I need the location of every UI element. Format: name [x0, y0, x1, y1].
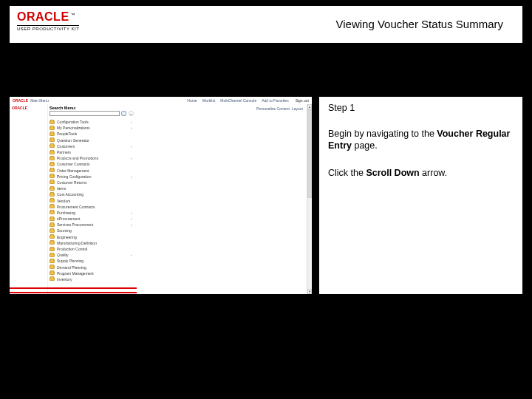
- ss-main-area: Personalize Content Layout: [137, 104, 307, 294]
- ss-scrollbar: ▲ ▼: [307, 104, 312, 294]
- ss-menu-item[interactable]: Sourcing: [50, 228, 134, 233]
- ss-main-link[interactable]: Personalize Content: [256, 106, 290, 111]
- ss-menu-item-label: Cost Accounting: [57, 192, 129, 197]
- ss-menu-item-label: Products and Promotions: [57, 156, 129, 160]
- folder-icon: [50, 223, 55, 227]
- ss-menu-item[interactable]: Engineering: [50, 234, 134, 240]
- ss-menu-item-label: Services Procurement: [57, 222, 129, 227]
- ss-search-input[interactable]: [50, 111, 120, 116]
- ss-menu-item[interactable]: Question Generator: [50, 137, 134, 143]
- folder-icon: [50, 253, 55, 257]
- chevron-right-icon: ›: [131, 222, 134, 227]
- ss-menu-item[interactable]: Manufacturing Definition: [50, 240, 134, 246]
- chevron-right-icon: ›: [131, 253, 134, 257]
- ss-menu-item-label: Pricing Configuration: [57, 174, 129, 179]
- ss-menu-item[interactable]: Configuration Tools›: [50, 119, 134, 125]
- chevron-right-icon: ›: [131, 211, 134, 215]
- app-screenshot: ORACLE Main Menu Home Worklist MultiChan…: [10, 97, 312, 294]
- ss-menu-list: Configuration Tools›My Personalizations›…: [50, 119, 134, 282]
- folder-icon: [50, 193, 55, 197]
- ss-menu-item-label: Customer Contracts: [57, 162, 129, 166]
- folder-icon: [50, 265, 55, 269]
- ss-menu-item-label: Quality: [57, 253, 129, 257]
- ss-menu-item[interactable]: My Personalizations›: [50, 125, 134, 131]
- folder-icon: [50, 132, 55, 136]
- ss-nav-panel: Search Menu: ‹‹ Configuration Tools›My P…: [48, 104, 137, 294]
- ss-menu-item-label: eProcurement: [57, 216, 129, 221]
- ss-menu-item-label: PeopleTools: [57, 132, 129, 136]
- folder-icon: [50, 235, 55, 239]
- ss-menu-item-label: Manufacturing Definition: [57, 241, 129, 245]
- ss-menu-item[interactable]: Order Management: [50, 168, 134, 174]
- ss-menu-item[interactable]: Program Management: [50, 270, 134, 276]
- ss-menu-item-label: Production Control: [57, 247, 129, 251]
- ss-topbar-link[interactable]: Home: [185, 98, 198, 103]
- ss-menu-item[interactable]: PeopleTools: [50, 131, 134, 137]
- ss-menu-item[interactable]: Procurement Contracts: [50, 204, 134, 210]
- ss-main-link[interactable]: Layout: [292, 106, 303, 111]
- step-intro: Begin by navigating to the Voucher Regul…: [328, 128, 514, 152]
- ss-menu-item-label: Vendors: [57, 199, 129, 203]
- ss-menu-item[interactable]: Items: [50, 185, 134, 191]
- chevron-right-icon: ›: [131, 216, 134, 221]
- logo-tm: ™: [71, 13, 75, 17]
- folder-icon: [50, 174, 55, 178]
- ss-menu-item[interactable]: Vendors: [50, 197, 134, 203]
- ss-menu-item[interactable]: Demand Planning: [50, 265, 134, 270]
- ss-menu-item[interactable]: Supply Planning: [50, 258, 134, 264]
- ss-menu-item-label: Items: [57, 186, 129, 191]
- ss-menu-item-label: Supply Planning: [57, 259, 129, 263]
- ss-signout-link[interactable]: Sign out: [296, 98, 309, 103]
- doc-header: ORACLE™ USER PRODUCTIVITY KIT Viewing Vo…: [10, 6, 522, 43]
- ss-topbar-user: Main Menu: [30, 98, 49, 103]
- ss-menu-item[interactable]: Production Control: [50, 246, 134, 252]
- ss-menu-item-label: Program Management: [57, 271, 129, 276]
- step-instructions: Step 1 Begin by navigating to the Vouche…: [319, 97, 522, 294]
- ss-search-label: Search Menu:: [50, 106, 134, 110]
- ss-menu-item[interactable]: Customer Contracts: [50, 161, 134, 167]
- folder-icon: [50, 144, 55, 148]
- ss-search-button[interactable]: [121, 111, 126, 116]
- ss-menu-item[interactable]: Inventory: [50, 276, 134, 282]
- folder-icon: [50, 277, 55, 281]
- ss-menu-item[interactable]: Cost Accounting: [50, 191, 134, 197]
- ss-topbar-link[interactable]: Worklist: [201, 98, 217, 103]
- ss-menu-item-label: Procurement Contracts: [57, 205, 129, 209]
- folder-icon: [50, 120, 55, 124]
- folder-icon: [50, 211, 55, 214]
- scroll-track[interactable]: [307, 109, 312, 289]
- chevron-right-icon: ›: [131, 144, 134, 149]
- scroll-up-arrow[interactable]: ▲: [307, 104, 312, 109]
- ss-menu-item[interactable]: Customers›: [50, 143, 134, 149]
- document-title: Viewing Voucher Status Summary: [335, 9, 515, 30]
- ss-menu-item[interactable]: Partners: [50, 149, 134, 155]
- folder-icon: [50, 168, 55, 172]
- ss-menu-item[interactable]: Products and Promotions›: [50, 155, 134, 161]
- ss-topbar-link[interactable]: MultiChannel Console: [219, 98, 258, 103]
- folder-icon: [50, 217, 55, 221]
- logo-tagline: USER PRODUCTIVITY KIT: [17, 25, 79, 31]
- ss-menu-item-label: Demand Planning: [57, 265, 129, 270]
- folder-icon: [50, 138, 55, 142]
- ss-menu-item[interactable]: Quality›: [50, 252, 134, 258]
- scroll-down-arrow[interactable]: ▼: [307, 289, 312, 294]
- scroll-thumb[interactable]: [307, 109, 312, 198]
- ss-topbar-link[interactable]: Add to Favorites: [260, 98, 290, 103]
- folder-icon: [50, 229, 55, 233]
- folder-icon: [50, 259, 55, 263]
- ss-menu-item[interactable]: Services Procurement›: [50, 222, 134, 228]
- step-label: Step 1: [328, 103, 514, 113]
- ss-menu-item[interactable]: Pricing Configuration›: [50, 174, 134, 180]
- ss-menu-item-label: Order Management: [57, 168, 129, 173]
- ss-menu-item-label: Question Generator: [57, 138, 129, 143]
- folder-icon: [50, 205, 55, 208]
- chevron-right-icon: ›: [131, 174, 134, 179]
- step-action: Click the Scroll Down arrow.: [328, 167, 514, 179]
- ss-menu-item[interactable]: eProcurement›: [50, 216, 134, 222]
- ss-collapse-toggle[interactable]: ‹‹: [129, 111, 134, 116]
- ss-menu-item[interactable]: Purchasing›: [50, 210, 134, 216]
- ss-menu-item[interactable]: Customer Returns: [50, 180, 134, 185]
- folder-icon: [50, 248, 55, 251]
- ss-menu-item-label: Partners: [57, 150, 129, 154]
- ss-menu-item-label: Customer Returns: [57, 180, 129, 185]
